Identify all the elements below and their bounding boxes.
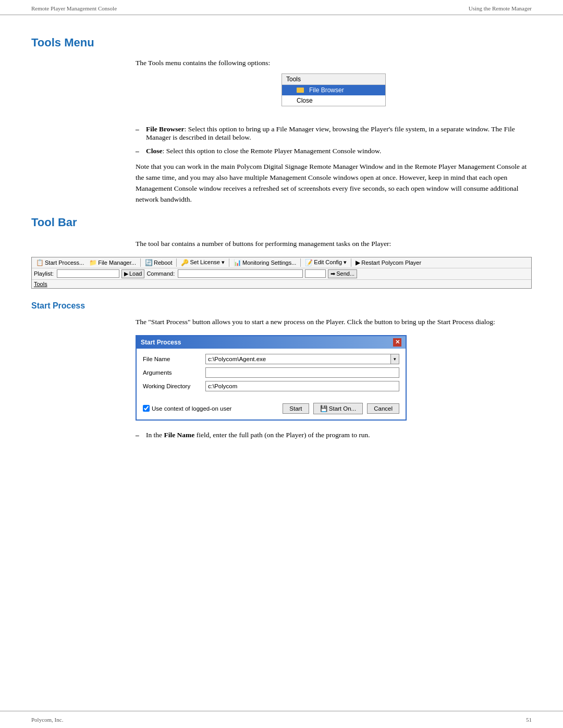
edit-config-icon: 📝: [305, 259, 313, 266]
toolbar-btn-start-process[interactable]: 📋 Start Process...: [34, 258, 86, 267]
bottom-bullet-text: In the File Name field, enter the full p…: [146, 431, 370, 439]
set-license-label: Set License ▾: [190, 259, 225, 266]
header-right: Using the Remote Manager: [469, 5, 532, 11]
dialog-title: Start Process: [141, 339, 181, 346]
start-button[interactable]: Start: [283, 403, 309, 414]
load-button[interactable]: ▶ Load: [121, 269, 144, 278]
file-manager-label: File Manager...: [98, 260, 136, 266]
reboot-icon: 🔄: [145, 259, 153, 266]
checkbox-label: Use context of logged-on user: [152, 405, 231, 412]
toolbar-separator-5: [351, 258, 351, 267]
tools-menu-intro: The Tools menu contains the following op…: [136, 59, 532, 67]
page-footer: Polycom, Inc. 51: [0, 711, 563, 728]
restart-label: Restart Polycom Player: [361, 260, 421, 266]
toolbar-btn-reboot[interactable]: 🔄 Reboot: [143, 258, 174, 267]
menu-item-close[interactable]: Close: [282, 95, 385, 106]
toolbar-btn-edit-config[interactable]: 📝 Edit Config ▾: [303, 258, 349, 267]
dialog-row-workdir: Working Directory: [143, 381, 399, 391]
toolbar-simulation: 📋 Start Process... 📁 File Manager... 🔄 R…: [31, 257, 532, 289]
dialog-body: File Name ▾ Arguments Working Directory: [137, 349, 406, 400]
toolbar-heading: Tool Bar: [31, 216, 532, 229]
bullet-dash-1: –: [136, 125, 146, 142]
toolbar-btn-file-manager[interactable]: 📁 File Manager...: [87, 258, 138, 267]
start-process-intro: The "Start Process" button allows you to…: [136, 317, 532, 328]
playlist-dropdown[interactable]: [57, 269, 119, 278]
bullet-item-file-browser: – File Browser: Select this option to br…: [136, 125, 532, 142]
footer-left: Polycom, Inc.: [31, 717, 63, 723]
restart-icon: ▶: [356, 259, 360, 266]
file-manager-icon: 📁: [89, 259, 97, 266]
workdir-input[interactable]: [205, 381, 399, 391]
start-process-icon: 📋: [36, 259, 44, 266]
toolbar-btn-set-license[interactable]: 🔑 Set License ▾: [179, 258, 227, 267]
folder-icon: [297, 88, 304, 93]
dialog-close-button[interactable]: ✕: [393, 338, 401, 347]
bottom-dash: –: [136, 431, 146, 439]
start-process-label: Start Process...: [45, 260, 84, 266]
toolbar-separator-2: [176, 258, 177, 267]
toolbar-intro: The tool bar contains a number of button…: [136, 239, 532, 250]
tools-menu-heading: Tools Menu: [31, 36, 532, 50]
arguments-input[interactable]: [205, 367, 399, 378]
set-license-icon: 🔑: [181, 259, 189, 266]
footer-right: 51: [526, 717, 532, 723]
start-on-icon: 💾: [320, 405, 327, 412]
toolbar-btn-restart[interactable]: ▶ Restart Polycom Player: [353, 258, 423, 267]
menu-item-file-browser[interactable]: File Browser: [282, 85, 385, 95]
toolbar-btn-monitoring[interactable]: 📊 Monitoring Settings...: [231, 258, 298, 267]
bullet-dash-2: –: [136, 147, 146, 155]
command-label: Command:: [146, 270, 175, 277]
toolbar-row3: Tools: [32, 280, 531, 288]
filename-input[interactable]: [205, 354, 391, 364]
cancel-button[interactable]: Cancel: [367, 403, 399, 414]
filename-dropdown-btn[interactable]: ▾: [391, 354, 399, 364]
bullet-item-close: – Close: Select this option to close the…: [136, 147, 532, 155]
send-icon: ➡: [331, 270, 335, 277]
bullet-content-2: Close: Select this option to close the R…: [146, 147, 532, 155]
page-header: Remote Player Management Console Using t…: [0, 0, 563, 15]
dialog-title-bar: Start Process ✕: [137, 336, 406, 349]
tools-menu-bullets: – File Browser: Select this option to br…: [136, 125, 532, 155]
start-process-heading: Start Process: [31, 301, 532, 311]
dialog-row-filename: File Name ▾: [143, 354, 399, 364]
toolbar-row1: 📋 Start Process... 📁 File Manager... 🔄 R…: [32, 257, 531, 268]
bullet-content-1: File Browser: Select this option to brin…: [146, 125, 532, 142]
edit-config-label: Edit Config ▾: [314, 259, 347, 266]
tools-menu-note: Note that you can work in the main Polyc…: [136, 162, 532, 205]
toolbar-separator-3: [229, 258, 229, 267]
bottom-bullet-item: – In the File Name field, enter the full…: [136, 431, 532, 439]
load-icon: ▶: [124, 270, 128, 277]
header-left: Remote Player Management Console: [31, 5, 117, 11]
dialog-row-arguments: Arguments: [143, 367, 399, 378]
main-content: Tools Menu The Tools menu contains the f…: [0, 15, 563, 476]
reboot-label: Reboot: [154, 260, 172, 266]
toolbar-separator-4: [300, 258, 301, 267]
send-label: Send...: [336, 270, 354, 277]
logged-on-user-checkbox[interactable]: [143, 405, 150, 412]
workdir-label: Working Directory: [143, 383, 205, 389]
tools-menu-link[interactable]: Tools: [34, 281, 47, 287]
playlist-label: Playlist:: [34, 270, 54, 277]
send-button[interactable]: ➡ Send...: [328, 269, 357, 278]
toolbar-row2: Playlist: ▶ Load Command: ➡ Send...: [32, 268, 531, 280]
bottom-bullets: – In the File Name field, enter the full…: [136, 431, 532, 439]
dialog-footer: Use context of logged-on user Start 💾 St…: [137, 400, 406, 419]
filename-field-group: ▾: [205, 354, 399, 364]
start-process-dialog: Start Process ✕ File Name ▾ Arguments Wo…: [136, 335, 407, 421]
command-dropdown[interactable]: [305, 269, 326, 278]
monitoring-label: Monitoring Settings...: [242, 260, 296, 266]
menu-title: Tools: [282, 74, 385, 85]
load-label: Load: [129, 270, 142, 277]
toolbar-separator-1: [140, 258, 141, 267]
tools-menu-image: Tools File Browser Close: [156, 73, 532, 116]
command-input[interactable]: [178, 269, 303, 278]
monitoring-icon: 📊: [234, 259, 241, 266]
checkbox-group: Use context of logged-on user: [143, 405, 278, 412]
arguments-label: Arguments: [143, 369, 205, 376]
filename-label: File Name: [143, 356, 205, 362]
start-on-button[interactable]: 💾 Start On...: [313, 403, 363, 414]
